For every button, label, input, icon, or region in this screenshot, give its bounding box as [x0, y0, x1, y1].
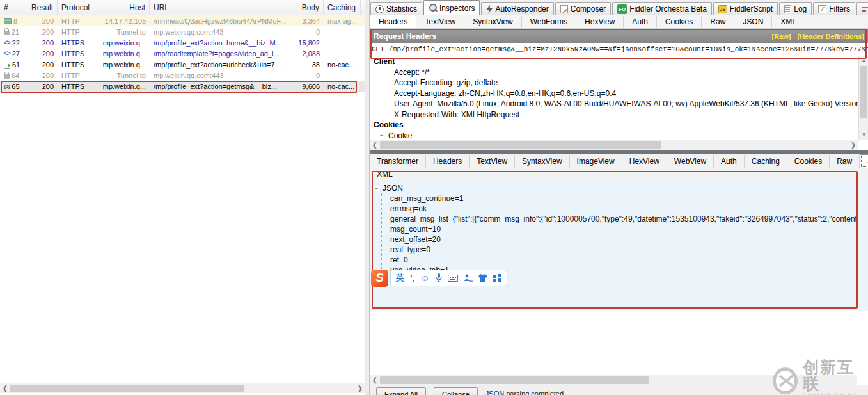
tab-statistics[interactable]: Statistics — [370, 2, 422, 15]
header-item[interactable]: User-Agent: Mozilla/5.0 (Linux; Android … — [370, 99, 858, 109]
ime-apps-grid-icon[interactable] — [493, 274, 501, 282]
microphone-icon[interactable] — [436, 273, 442, 282]
column-header-url[interactable]: URL — [150, 0, 290, 15]
json-tree-item[interactable]: real_type=0 — [390, 245, 857, 255]
tab-req-hexview[interactable]: HexView — [576, 16, 624, 28]
table-row[interactable]: 64 200 HTTP Tunnel to mp.weixin.qq.com:4… — [0, 70, 365, 81]
raw-link[interactable]: [Raw] — [772, 33, 791, 40]
column-header-caching[interactable]: Caching — [324, 0, 361, 15]
column-header-protocol[interactable]: Protocol — [58, 0, 93, 15]
tab-autoresponder[interactable]: AutoResponder — [481, 2, 553, 15]
tab-resp-headers[interactable]: Headers — [426, 155, 470, 168]
tab-timeline[interactable]: Timeline — [856, 2, 868, 15]
log-icon — [784, 5, 791, 13]
tab-resp-xml[interactable]: XML — [370, 168, 400, 181]
json-tree-item[interactable]: next_offset=20 — [390, 234, 857, 245]
keyboard-icon[interactable] — [448, 275, 458, 282]
ime-emoji-icon[interactable]: ☺ — [420, 273, 429, 282]
tab-resp-hexview[interactable]: HexView — [622, 155, 667, 168]
tab-fiddler-orchestra[interactable]: FOFiddler Orchestra Beta — [612, 2, 712, 15]
person-qq-icon[interactable]: qq — [464, 274, 473, 282]
tab-fiddlerscript[interactable]: JSFiddlerScript — [713, 2, 778, 15]
header-definitions-link[interactable]: [Header Definitions] — [797, 33, 864, 40]
scrollbar-thumb[interactable] — [860, 66, 867, 118]
collapse-minus-icon[interactable]: − — [374, 186, 379, 191]
column-header-host[interactable]: Host — [93, 0, 150, 15]
tab-req-raw[interactable]: Raw — [702, 16, 734, 28]
table-row[interactable]: 8 200 HTTP 14.17.42.105 /mmhead/Q3auHgzw… — [0, 15, 365, 26]
expand-all-button[interactable]: Expand All — [376, 387, 426, 395]
tab-resp-json[interactable]: JSON — [860, 154, 868, 168]
tab-req-json[interactable]: JSON — [734, 16, 772, 28]
result-code: 200 — [29, 50, 58, 58]
json-tree-item[interactable]: can_msg_continue=1 — [390, 193, 857, 204]
tab-req-textview[interactable]: TextView — [416, 16, 464, 28]
tab-req-syntaxview[interactable]: SyntaxView — [464, 16, 521, 28]
sogou-logo-icon[interactable]: S — [371, 270, 388, 287]
table-row[interactable]: <>22 200 HTTPS mp.weixin.q... /mp/profil… — [0, 37, 365, 48]
json-tree-item[interactable]: general_msg_list={"list":[{"comm_msg_inf… — [390, 214, 857, 224]
table-row[interactable]: 61 200 HTTPS mp.weixin.q... /mp/profile_… — [0, 59, 365, 70]
tab-req-cookies[interactable]: Cookies — [657, 16, 702, 28]
column-header-num[interactable]: # — [0, 0, 29, 15]
json-tree-item[interactable]: errmsg=ok — [390, 204, 857, 214]
scroll-left-icon[interactable]: ❮ — [370, 140, 380, 150]
shirt-skin-icon[interactable] — [478, 274, 487, 282]
scroll-up-icon[interactable]: ▲ — [859, 56, 868, 65]
ime-language-icon[interactable]: 英 — [396, 272, 404, 284]
tab-resp-auth[interactable]: Auth — [714, 155, 745, 168]
url: /mp/profile_ext?action=home&__biz=M... — [150, 39, 290, 47]
session-list-horizontal-scrollbar[interactable]: ❮ ❯ — [0, 383, 365, 393]
header-item[interactable]: Accept-Language: zh-CN,zh-HK;q=0.8,en-HK… — [370, 88, 858, 99]
collapse-minus-icon[interactable]: − — [379, 133, 384, 138]
tab-resp-textview[interactable]: TextView — [470, 155, 515, 168]
tab-log[interactable]: Log — [779, 2, 812, 15]
tab-resp-syntaxview[interactable]: SyntaxView — [515, 155, 569, 168]
tab-req-auth[interactable]: Auth — [624, 16, 657, 28]
watermark-title: 创新互联 — [803, 359, 868, 392]
image-icon — [4, 18, 12, 24]
tab-resp-caching[interactable]: Caching — [745, 155, 787, 168]
tab-resp-cookies[interactable]: Cookies — [787, 155, 830, 168]
header-item[interactable]: Accept: */* — [370, 67, 858, 78]
protocol: HTTPS — [58, 50, 93, 58]
cookie-tree-node[interactable]: − Cookie — [370, 131, 858, 140]
scrollbar-thumb[interactable] — [10, 385, 244, 392]
tab-req-xml[interactable]: XML — [772, 16, 805, 28]
tab-resp-webview[interactable]: WebView — [667, 155, 714, 168]
request-horizontal-scrollbar[interactable]: ❮ ❯ — [370, 140, 858, 150]
json-root-node[interactable]: − JSON — [374, 183, 857, 193]
tab-resp-transformer[interactable]: Transformer — [370, 155, 426, 168]
scroll-right-icon[interactable]: ❯ — [355, 383, 365, 394]
request-inspector-tab-strip: Headers TextView SyntaxView WebForms Hex… — [370, 15, 868, 29]
json-tree-item[interactable]: msg_count=10 — [390, 224, 857, 234]
tab-resp-raw[interactable]: Raw — [830, 155, 860, 168]
table-row-selected[interactable]: {js}65 200 HTTPS mp.weixin.q... /mp/prof… — [0, 81, 365, 92]
tab-req-webforms[interactable]: WebForms — [522, 16, 576, 28]
table-row[interactable]: <>27 200 HTTPS mp.weixin.q... /mp/readte… — [0, 48, 365, 59]
tab-inspectors[interactable]: Inspectors — [423, 0, 480, 15]
scroll-right-icon[interactable]: ❯ — [848, 140, 858, 150]
table-row[interactable]: 21 200 HTTP Tunnel to mp.weixin.qq.com:4… — [0, 26, 365, 37]
scroll-left-icon[interactable]: ❮ — [0, 383, 10, 394]
collapse-button[interactable]: Collapse — [434, 387, 478, 395]
scrollbar-thumb[interactable] — [380, 376, 649, 384]
tab-filters[interactable]: ✓Filters — [813, 2, 855, 15]
session-list-panel: # Result Protocol Host URL Body Caching … — [0, 0, 365, 395]
scrollbar-thumb[interactable] — [380, 141, 661, 149]
column-header-result[interactable]: Result — [29, 0, 58, 15]
header-item[interactable]: Accept-Encoding: gzip, deflate — [370, 77, 858, 88]
header-item[interactable]: X-Requested-With: XMLHttpRequest — [370, 109, 858, 120]
tab-composer[interactable]: Composer — [555, 2, 611, 15]
request-vertical-scrollbar[interactable]: ▲ ▼ — [858, 56, 868, 140]
json-tree-item[interactable]: ret=0 — [390, 255, 857, 265]
tab-req-headers[interactable]: Headers — [370, 15, 416, 28]
tab-label: Fiddler Orchestra Beta — [629, 4, 707, 13]
panel-splitter[interactable] — [365, 0, 370, 395]
scroll-left-icon[interactable]: ❮ — [370, 375, 380, 385]
ime-punctuation-icon[interactable]: ’, — [410, 273, 414, 283]
request-response-splitter[interactable] — [370, 150, 868, 154]
column-header-body[interactable]: Body — [290, 0, 324, 15]
tab-resp-imageview[interactable]: ImageView — [570, 155, 622, 168]
scroll-down-icon[interactable]: ▼ — [859, 131, 868, 140]
